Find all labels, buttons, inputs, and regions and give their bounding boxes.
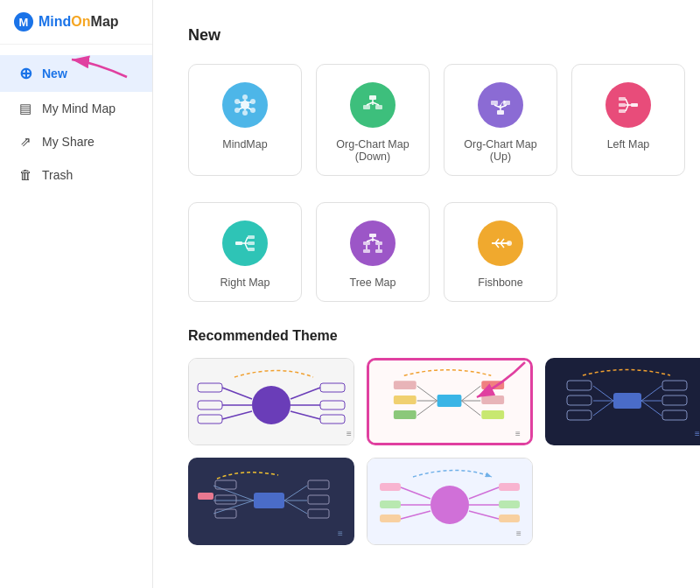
orgup-label: Org-Chart Map (Up) [453,138,548,163]
svg-rect-38 [248,248,255,251]
svg-line-12 [239,108,242,109]
svg-rect-88 [613,393,641,409]
svg-text:⎇: ⎇ [496,99,507,108]
svg-rect-78 [394,396,416,404]
svg-line-108 [214,500,254,514]
theme-card-2[interactable]: ≡ [367,358,533,445]
leftmap-label: Left Map [607,138,650,150]
svg-rect-46 [363,249,370,253]
svg-rect-27 [631,103,638,107]
rightmap-label: Right Map [220,276,270,289]
theme-card-3[interactable]: ≡ [545,358,700,445]
svg-rect-128 [380,500,401,508]
svg-rect-90 [567,381,592,390]
svg-line-71 [222,411,252,419]
svg-rect-115 [308,509,329,518]
sidebar-item-my-share-label: My Share [42,135,94,149]
svg-line-40 [245,237,248,243]
svg-line-110 [284,486,307,500]
svg-text:≡: ≡ [338,528,343,538]
svg-rect-14 [369,95,376,100]
svg-line-95 [641,386,662,401]
svg-text:≡: ≡ [346,429,352,438]
logo-icon: M [14,12,33,32]
svg-rect-43 [369,234,376,237]
svg-rect-66 [320,415,345,424]
svg-rect-47 [375,249,382,253]
svg-line-85 [461,401,480,416]
fishbone-label: Fishbone [478,276,522,289]
map-card-fishbone[interactable]: Fishbone [444,202,557,302]
svg-rect-29 [619,103,626,107]
svg-line-125 [401,487,430,499]
treemap-label: Tree Map [349,276,396,289]
svg-line-61 [290,388,320,399]
svg-line-65 [290,411,320,419]
svg-rect-100 [662,410,687,420]
svg-text:≡: ≡ [695,429,700,438]
svg-rect-76 [394,381,416,389]
svg-rect-126 [380,483,401,491]
svg-rect-103 [254,493,284,508]
svg-rect-107 [215,495,236,504]
svg-point-6 [234,108,240,113]
my-mind-map-icon: ▤ [18,101,33,116]
svg-rect-130 [380,514,401,522]
svg-line-79 [417,401,438,416]
mindmap-icon [222,82,268,128]
map-card-right-map[interactable]: Right Map [188,202,302,302]
sidebar-item-my-mind-map[interactable]: ▤ My Mind Map [0,92,152,125]
svg-rect-96 [662,381,687,390]
sidebar-item-new[interactable]: ⊕ New [0,55,152,92]
svg-rect-62 [320,383,345,392]
fishbone-icon [478,220,523,266]
rec-section-title: Recommended Theme [188,328,665,344]
map-card-left-map[interactable]: Left Map [571,64,685,176]
svg-rect-28 [619,97,626,101]
leftmap-icon [606,82,651,128]
svg-rect-36 [248,235,255,239]
svg-rect-98 [662,396,687,405]
svg-line-67 [222,388,252,399]
svg-line-81 [461,386,480,401]
svg-line-119 [469,487,499,499]
svg-line-93 [593,401,613,416]
map-card-mindmap[interactable]: MindMap [188,64,302,176]
svg-line-49 [367,240,373,242]
svg-line-99 [641,401,662,416]
svg-point-7 [242,110,248,116]
svg-rect-80 [394,410,416,419]
theme-card-5[interactable]: ≡ [367,458,533,545]
map-card-org-up[interactable]: ⎇ Org-Chart Map (Up) [444,64,557,176]
orgdown-icon [350,82,396,128]
trash-icon: 🗑 [18,167,33,182]
theme-card-4[interactable]: ≡ [188,458,354,545]
svg-rect-16 [375,105,382,109]
svg-rect-84 [481,396,504,404]
sidebar-item-my-mind-map-label: My Mind Map [42,102,116,116]
svg-point-3 [250,99,256,104]
map-grid-row1: MindMap Org-Chart Map (D [188,64,665,176]
svg-rect-64 [320,401,345,410]
app-logo: M MindOnMap [0,0,152,45]
svg-rect-111 [308,480,329,489]
sidebar-item-my-share[interactable]: ⇗ My Share [0,125,152,158]
svg-rect-122 [499,500,520,508]
new-icon: ⊕ [18,64,33,83]
svg-rect-124 [499,514,520,522]
svg-rect-74 [438,395,462,407]
sidebar-item-trash[interactable]: 🗑 Trash [0,158,152,191]
svg-line-75 [417,386,438,401]
svg-line-19 [373,102,379,105]
svg-rect-30 [619,109,626,113]
svg-rect-109 [215,509,236,518]
theme-card-1[interactable]: ≡ [188,358,354,445]
map-card-tree-map[interactable]: Tree Map [316,202,430,302]
map-card-org-down[interactable]: Org-Chart Map (Down) [316,64,430,176]
sidebar: M MindOnMap ⊕ New ▤ My Mind Map ⇗ My Sha… [0,0,153,588]
svg-line-34 [626,105,628,111]
svg-line-18 [367,102,373,105]
svg-line-123 [469,511,499,519]
svg-point-58 [507,241,512,246]
recommended-theme-section: Recommended Theme [188,328,665,545]
